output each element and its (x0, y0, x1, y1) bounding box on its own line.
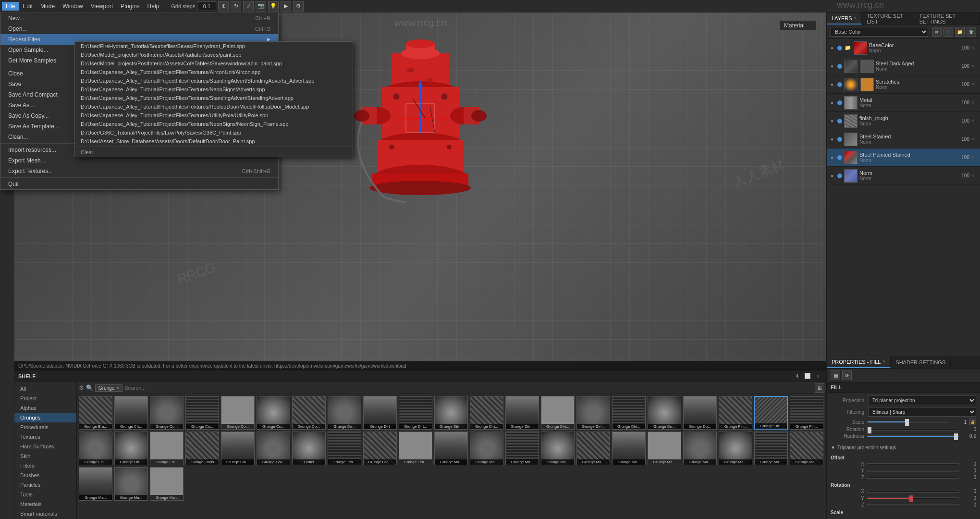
tab-properties-fill[interactable]: PROPERTIES - FILL × (827, 356, 891, 368)
tab-texture-set-list[interactable]: TEXTURE SET LIST (862, 12, 914, 25)
layer-close-7[interactable]: × (971, 173, 978, 178)
cat-hard-surfaces[interactable]: Hard Surfaces (14, 442, 76, 451)
recent-file-1[interactable]: D:/User/Model_projects/PostInterior/Asse… (75, 50, 353, 59)
recent-file-3[interactable]: D:/User/Japanese_Alley_Tutorial/ProjectF… (75, 68, 353, 76)
shelf-item-2[interactable]: Grunge Co... (150, 396, 184, 430)
recent-file-7[interactable]: D:/User/Japanese_Alley_Tutorial/ProjectF… (75, 102, 353, 111)
shelf-item-34[interactable]: Grunge Ma... (541, 432, 575, 465)
prop-slider-rotation[interactable] (867, 429, 959, 431)
prop-filtering-select[interactable]: Bilinear | Sharp (868, 407, 976, 417)
shelf-item-37[interactable]: Grunge Ma... (648, 432, 681, 465)
shelf-item-0[interactable]: Grunge Bru... (79, 396, 112, 430)
layer-vis-6[interactable]: ● (829, 154, 835, 161)
menu-viewport[interactable]: Viewport (87, 2, 117, 11)
shelf-item-13[interactable]: Grunge Dirt... (541, 396, 575, 430)
shelf-item-30[interactable]: Grunge Lea... (399, 432, 432, 465)
layer-vis-7[interactable]: ● (829, 173, 835, 179)
prop-icon-fill[interactable]: ▦ (831, 371, 840, 380)
shelf-item-5[interactable]: Grunge Co... (257, 396, 290, 430)
shelf-item-42[interactable]: Grunge Ma... (79, 467, 112, 501)
shelf-item-22[interactable]: Grunge Fin... (114, 432, 148, 465)
shelf-item-6[interactable]: Grunge Co... (292, 396, 326, 430)
shelf-item-36[interactable]: Grunge Ma... (612, 432, 646, 465)
tab-layers-close[interactable]: × (854, 15, 857, 21)
menu-help[interactable]: Help (144, 2, 163, 11)
prop-slider-rot-z[interactable] (867, 504, 959, 506)
shelf-item-25[interactable]: Grunge Gal... (221, 432, 255, 465)
shelf-item-32[interactable]: Grunge Ma... (470, 432, 503, 465)
shelf-item-1[interactable]: Grunge Ch... (114, 396, 148, 430)
prop-slider-y[interactable] (867, 470, 959, 472)
shelf-item-26[interactable]: Grunge Gal... (257, 432, 290, 465)
shelf-search-input[interactable] (124, 385, 813, 391)
shelf-item-31[interactable]: Grunge Ma... (434, 432, 468, 465)
layer-vis-0[interactable]: ● (829, 45, 835, 51)
shelf-item-41[interactable]: Grunge Ma... (790, 432, 823, 465)
layer-steel-painted-stained[interactable]: ● Steel Painted Stained Norm 100 × (827, 148, 980, 167)
shelf-maximize-btn[interactable]: ⬜ (803, 372, 812, 381)
layer-vis-4[interactable]: ● (829, 118, 835, 124)
toolbar-rotate-btn[interactable]: ↻ (231, 1, 241, 12)
clear-recent-btn[interactable]: Clear (75, 148, 353, 157)
recent-file-6[interactable]: D:/User/Japanese_Alley_Tutorial/ProjectF… (75, 94, 353, 102)
shelf-item-17[interactable]: Grunge Du... (683, 396, 717, 430)
cat-tools[interactable]: Tools (14, 490, 76, 499)
menu-new[interactable]: New... Ctrl+N (0, 13, 278, 24)
layer-close-5[interactable]: × (971, 136, 978, 142)
cat-brushes[interactable]: Brushes (14, 470, 76, 480)
triplanar-section[interactable]: ▼ Triplanar projection settings (827, 443, 980, 452)
layer-vis-3[interactable]: ● (829, 99, 835, 106)
cat-filters[interactable]: Filters (14, 461, 76, 470)
shelf-item-19[interactable]: Grunge Fin... (754, 396, 788, 430)
cat-skin[interactable]: Skin (14, 451, 76, 461)
shelf-item-35[interactable]: Grunge Ma... (576, 432, 610, 465)
shelf-item-39[interactable]: Grunge Ma... (719, 432, 752, 465)
shelf-item-21[interactable]: Grunge Fin... (79, 432, 112, 465)
toolbar-scale-btn[interactable]: ⤢ (243, 1, 254, 12)
shelf-item-43[interactable]: Grunge Ma... (114, 467, 148, 501)
shelf-item-9[interactable]: Grunge Dirt... (399, 396, 432, 430)
shelf-item-33[interactable]: Grunge Ma... (505, 432, 539, 465)
menu-edit[interactable]: Edit (19, 2, 37, 11)
shelf-item-23[interactable]: Grunge Fin... (150, 432, 184, 465)
cat-grunges[interactable]: Grunges (14, 413, 76, 422)
layer-steel-dark[interactable]: ● Steel Dark Aged Norm 100 × (827, 57, 980, 75)
layer-close-1[interactable]: × (971, 63, 978, 69)
shelf-item-15[interactable]: Grunge Dirt... (612, 396, 646, 430)
menu-export-textures[interactable]: Export Textures... Ctrl+Shift+E (0, 166, 278, 176)
shelf-item-29[interactable]: Grunge Lea... (363, 432, 397, 465)
shelf-item-44[interactable]: Grunge Ma... (150, 467, 184, 501)
shelf-item-24[interactable]: Grunge Folds (185, 432, 219, 465)
layer-finish-rough[interactable]: ● finish_rough Norm 100 × (827, 112, 980, 130)
material-dropdown[interactable]: Material (780, 20, 817, 31)
shelf-item-10[interactable]: Grunge Dirt... (434, 396, 468, 430)
grid-steps-input[interactable] (197, 1, 216, 11)
layer-close-4[interactable]: × (971, 118, 978, 124)
recent-file-5[interactable]: D:/User/Japanese_Alley_Tutorial/ProjectF… (75, 85, 353, 94)
menu-mode[interactable]: Mode (37, 2, 59, 11)
channel-icon-delete[interactable]: 🗑 (967, 27, 976, 37)
recent-file-9[interactable]: D:/User/Japanese_Alley_Tutorial/ProjectF… (75, 120, 353, 128)
prop-slider-z[interactable] (867, 477, 959, 479)
shelf-item-4[interactable]: Grunge Co... (221, 396, 255, 430)
prop-slider-rot-x[interactable] (867, 491, 959, 493)
layer-steel-stained[interactable]: ● Steel Stained Norm 100 × (827, 130, 980, 148)
shelf-item-11[interactable]: Grunge Dirt... (470, 396, 503, 430)
shelf-item-12[interactable]: Grunge Dirt... (505, 396, 539, 430)
channel-icon-add-layer[interactable]: + (943, 27, 953, 37)
prop-slider-scale[interactable] (867, 421, 949, 423)
toolbar-transform-btn[interactable]: ⊕ (218, 1, 229, 12)
menu-open[interactable]: Open... Ctrl+O (0, 24, 278, 34)
layer-metal[interactable]: ● Metal Norm 100 × (827, 94, 980, 112)
tab-texture-set-settings[interactable]: TEXTURE SET SETTINGS (914, 12, 980, 25)
prop-slider-hardness[interactable] (867, 435, 959, 437)
prop-lock-scale-btn[interactable]: 🔒 (969, 419, 976, 425)
tab-layers[interactable]: LAYERS × (827, 12, 862, 25)
recent-file-0[interactable]: D:/User/FireHydrant_Tutorial/Sourcefiles… (75, 42, 353, 50)
menu-plugins[interactable]: Plugins (117, 2, 143, 11)
layer-basecolor[interactable]: ● 📁 BaseColor Norm 100 × (827, 39, 980, 57)
prop-slider-x[interactable] (867, 463, 959, 465)
layer-vis-1[interactable]: ● (829, 63, 835, 70)
layer-close-3[interactable]: × (971, 100, 978, 105)
shelf-item-14[interactable]: Grunge Dirt... (576, 396, 610, 430)
